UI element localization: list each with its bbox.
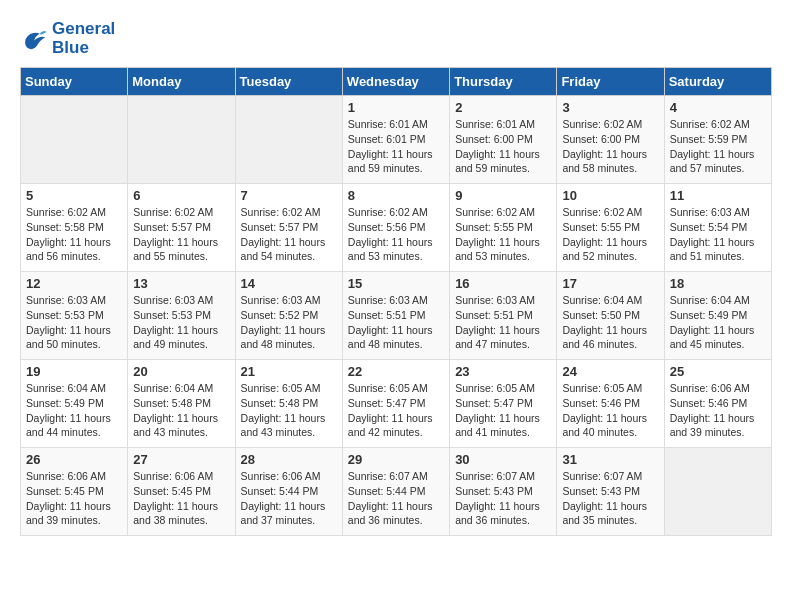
day-info: Sunrise: 6:03 AMSunset: 5:51 PMDaylight:… — [455, 293, 551, 352]
day-number: 22 — [348, 364, 444, 379]
day-number: 25 — [670, 364, 766, 379]
day-info: Sunrise: 6:02 AMSunset: 5:57 PMDaylight:… — [133, 205, 229, 264]
day-number: 12 — [26, 276, 122, 291]
day-info: Sunrise: 6:07 AMSunset: 5:43 PMDaylight:… — [455, 469, 551, 528]
day-info: Sunrise: 6:04 AMSunset: 5:48 PMDaylight:… — [133, 381, 229, 440]
weekday-header-tuesday: Tuesday — [235, 68, 342, 96]
weekday-header-sunday: Sunday — [21, 68, 128, 96]
logo: General Blue — [20, 20, 115, 57]
day-info: Sunrise: 6:07 AMSunset: 5:43 PMDaylight:… — [562, 469, 658, 528]
calendar-cell: 8Sunrise: 6:02 AMSunset: 5:56 PMDaylight… — [342, 184, 449, 272]
day-info: Sunrise: 6:03 AMSunset: 5:53 PMDaylight:… — [133, 293, 229, 352]
day-number: 31 — [562, 452, 658, 467]
day-info: Sunrise: 6:04 AMSunset: 5:50 PMDaylight:… — [562, 293, 658, 352]
calendar-cell: 27Sunrise: 6:06 AMSunset: 5:45 PMDayligh… — [128, 448, 235, 536]
day-number: 27 — [133, 452, 229, 467]
week-row-5: 26Sunrise: 6:06 AMSunset: 5:45 PMDayligh… — [21, 448, 772, 536]
day-info: Sunrise: 6:05 AMSunset: 5:48 PMDaylight:… — [241, 381, 337, 440]
week-row-3: 12Sunrise: 6:03 AMSunset: 5:53 PMDayligh… — [21, 272, 772, 360]
week-row-2: 5Sunrise: 6:02 AMSunset: 5:58 PMDaylight… — [21, 184, 772, 272]
day-number: 2 — [455, 100, 551, 115]
calendar-cell: 24Sunrise: 6:05 AMSunset: 5:46 PMDayligh… — [557, 360, 664, 448]
day-info: Sunrise: 6:03 AMSunset: 5:53 PMDaylight:… — [26, 293, 122, 352]
day-info: Sunrise: 6:02 AMSunset: 5:55 PMDaylight:… — [455, 205, 551, 264]
day-number: 20 — [133, 364, 229, 379]
calendar-cell: 18Sunrise: 6:04 AMSunset: 5:49 PMDayligh… — [664, 272, 771, 360]
calendar-cell: 26Sunrise: 6:06 AMSunset: 5:45 PMDayligh… — [21, 448, 128, 536]
calendar-cell: 11Sunrise: 6:03 AMSunset: 5:54 PMDayligh… — [664, 184, 771, 272]
day-info: Sunrise: 6:03 AMSunset: 5:51 PMDaylight:… — [348, 293, 444, 352]
calendar-cell: 21Sunrise: 6:05 AMSunset: 5:48 PMDayligh… — [235, 360, 342, 448]
calendar-cell: 20Sunrise: 6:04 AMSunset: 5:48 PMDayligh… — [128, 360, 235, 448]
weekday-header-thursday: Thursday — [450, 68, 557, 96]
day-number: 28 — [241, 452, 337, 467]
day-number: 16 — [455, 276, 551, 291]
calendar-cell: 2Sunrise: 6:01 AMSunset: 6:00 PMDaylight… — [450, 96, 557, 184]
day-number: 15 — [348, 276, 444, 291]
day-number: 17 — [562, 276, 658, 291]
calendar-cell — [235, 96, 342, 184]
calendar-cell: 6Sunrise: 6:02 AMSunset: 5:57 PMDaylight… — [128, 184, 235, 272]
day-info: Sunrise: 6:02 AMSunset: 5:58 PMDaylight:… — [26, 205, 122, 264]
day-info: Sunrise: 6:05 AMSunset: 5:47 PMDaylight:… — [348, 381, 444, 440]
calendar-cell: 1Sunrise: 6:01 AMSunset: 6:01 PMDaylight… — [342, 96, 449, 184]
calendar-cell: 29Sunrise: 6:07 AMSunset: 5:44 PMDayligh… — [342, 448, 449, 536]
calendar-cell: 31Sunrise: 6:07 AMSunset: 5:43 PMDayligh… — [557, 448, 664, 536]
calendar-cell: 12Sunrise: 6:03 AMSunset: 5:53 PMDayligh… — [21, 272, 128, 360]
day-number: 14 — [241, 276, 337, 291]
calendar-cell — [128, 96, 235, 184]
calendar-cell: 4Sunrise: 6:02 AMSunset: 5:59 PMDaylight… — [664, 96, 771, 184]
day-info: Sunrise: 6:07 AMSunset: 5:44 PMDaylight:… — [348, 469, 444, 528]
day-info: Sunrise: 6:02 AMSunset: 5:59 PMDaylight:… — [670, 117, 766, 176]
calendar-cell: 14Sunrise: 6:03 AMSunset: 5:52 PMDayligh… — [235, 272, 342, 360]
calendar-cell: 5Sunrise: 6:02 AMSunset: 5:58 PMDaylight… — [21, 184, 128, 272]
day-number: 10 — [562, 188, 658, 203]
day-info: Sunrise: 6:05 AMSunset: 5:47 PMDaylight:… — [455, 381, 551, 440]
day-info: Sunrise: 6:01 AMSunset: 6:01 PMDaylight:… — [348, 117, 444, 176]
day-info: Sunrise: 6:02 AMSunset: 6:00 PMDaylight:… — [562, 117, 658, 176]
calendar-cell: 30Sunrise: 6:07 AMSunset: 5:43 PMDayligh… — [450, 448, 557, 536]
calendar-cell — [21, 96, 128, 184]
day-number: 30 — [455, 452, 551, 467]
calendar-cell: 15Sunrise: 6:03 AMSunset: 5:51 PMDayligh… — [342, 272, 449, 360]
day-number: 6 — [133, 188, 229, 203]
logo-icon — [20, 25, 48, 53]
day-info: Sunrise: 6:04 AMSunset: 5:49 PMDaylight:… — [670, 293, 766, 352]
day-info: Sunrise: 6:04 AMSunset: 5:49 PMDaylight:… — [26, 381, 122, 440]
day-number: 8 — [348, 188, 444, 203]
day-number: 11 — [670, 188, 766, 203]
day-number: 24 — [562, 364, 658, 379]
day-info: Sunrise: 6:02 AMSunset: 5:55 PMDaylight:… — [562, 205, 658, 264]
weekday-header-monday: Monday — [128, 68, 235, 96]
day-info: Sunrise: 6:06 AMSunset: 5:45 PMDaylight:… — [26, 469, 122, 528]
day-number: 3 — [562, 100, 658, 115]
day-info: Sunrise: 6:02 AMSunset: 5:57 PMDaylight:… — [241, 205, 337, 264]
calendar-cell: 23Sunrise: 6:05 AMSunset: 5:47 PMDayligh… — [450, 360, 557, 448]
day-info: Sunrise: 6:02 AMSunset: 5:56 PMDaylight:… — [348, 205, 444, 264]
weekday-header-saturday: Saturday — [664, 68, 771, 96]
calendar-cell: 9Sunrise: 6:02 AMSunset: 5:55 PMDaylight… — [450, 184, 557, 272]
day-number: 29 — [348, 452, 444, 467]
calendar-cell: 16Sunrise: 6:03 AMSunset: 5:51 PMDayligh… — [450, 272, 557, 360]
page-header: General Blue — [20, 20, 772, 57]
calendar-cell: 3Sunrise: 6:02 AMSunset: 6:00 PMDaylight… — [557, 96, 664, 184]
day-number: 13 — [133, 276, 229, 291]
day-number: 18 — [670, 276, 766, 291]
weekday-header-wednesday: Wednesday — [342, 68, 449, 96]
calendar-cell: 7Sunrise: 6:02 AMSunset: 5:57 PMDaylight… — [235, 184, 342, 272]
day-info: Sunrise: 6:06 AMSunset: 5:45 PMDaylight:… — [133, 469, 229, 528]
day-number: 23 — [455, 364, 551, 379]
day-number: 9 — [455, 188, 551, 203]
week-row-4: 19Sunrise: 6:04 AMSunset: 5:49 PMDayligh… — [21, 360, 772, 448]
day-info: Sunrise: 6:01 AMSunset: 6:00 PMDaylight:… — [455, 117, 551, 176]
calendar-cell: 28Sunrise: 6:06 AMSunset: 5:44 PMDayligh… — [235, 448, 342, 536]
weekday-header-friday: Friday — [557, 68, 664, 96]
calendar-cell: 17Sunrise: 6:04 AMSunset: 5:50 PMDayligh… — [557, 272, 664, 360]
calendar-table: SundayMondayTuesdayWednesdayThursdayFrid… — [20, 67, 772, 536]
day-info: Sunrise: 6:06 AMSunset: 5:46 PMDaylight:… — [670, 381, 766, 440]
day-info: Sunrise: 6:03 AMSunset: 5:54 PMDaylight:… — [670, 205, 766, 264]
day-number: 5 — [26, 188, 122, 203]
day-number: 19 — [26, 364, 122, 379]
calendar-cell: 13Sunrise: 6:03 AMSunset: 5:53 PMDayligh… — [128, 272, 235, 360]
day-info: Sunrise: 6:05 AMSunset: 5:46 PMDaylight:… — [562, 381, 658, 440]
